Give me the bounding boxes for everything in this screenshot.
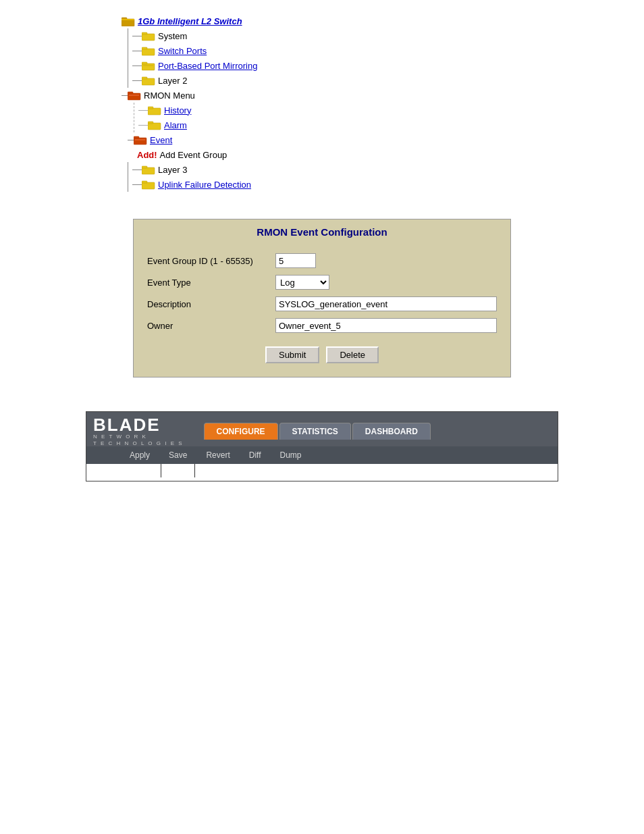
- tree-item-system: System: [128, 28, 644, 43]
- dump-button[interactable]: Dump: [277, 449, 304, 461]
- rmon-menu-label: RMON Menu: [144, 90, 195, 101]
- description-label: Description: [147, 299, 275, 309]
- tree-item-layer2: Layer 2: [128, 73, 644, 88]
- description-row: Description: [147, 293, 497, 315]
- tree-item-port-mirroring: Port-Based Port Mirroring: [128, 58, 644, 73]
- event-type-select[interactable]: None Log SNMP Trap Log and Trap: [275, 275, 329, 290]
- svg-rect-5: [142, 49, 155, 55]
- brand-logo: BLADE N E T W O R K T E C H N O L O G I …: [93, 416, 184, 446]
- nav-top: BLADE N E T W O R K T E C H N O L O G I …: [86, 412, 558, 446]
- svg-rect-24: [142, 182, 155, 189]
- svg-rect-22: [142, 167, 155, 174]
- revert-button[interactable]: Revert: [203, 449, 232, 461]
- svg-rect-3: [142, 34, 155, 41]
- layer3-label: Layer 3: [158, 165, 187, 175]
- event-group-id-label: Event Group ID (1 - 65535): [147, 256, 275, 266]
- layer2-folder-icon: [142, 75, 155, 86]
- tree-item-layer3: Layer 3: [128, 162, 644, 177]
- add-icon: Add!: [137, 150, 157, 160]
- port-mirroring-link[interactable]: Port-Based Port Mirroring: [158, 61, 257, 71]
- alarm-folder-icon: [148, 120, 161, 130]
- form-buttons: Submit Delete: [147, 346, 497, 363]
- delete-button[interactable]: Delete: [326, 346, 379, 363]
- tree-item-event: Event: [128, 132, 644, 147]
- svg-rect-4: [142, 32, 147, 34]
- apply-button[interactable]: Apply: [127, 449, 153, 461]
- svg-rect-8: [142, 62, 147, 64]
- tab-dashboard[interactable]: DASHBOARD: [352, 423, 431, 440]
- svg-rect-15: [148, 108, 161, 115]
- svg-rect-2: [122, 19, 134, 20]
- owner-label: Owner: [147, 321, 275, 331]
- rmon-event-config-form: RMON Event Configuration Event Group ID …: [133, 219, 511, 377]
- svg-rect-11: [142, 77, 147, 79]
- form-title: RMON Event Configuration: [134, 219, 510, 243]
- system-label: System: [158, 31, 187, 41]
- diff-button[interactable]: Diff: [246, 449, 264, 461]
- nav-tabs: CONFIGURE STATISTICS DASHBOARD: [204, 423, 431, 440]
- tree-item-switch-ports: Switch Ports: [128, 43, 644, 58]
- svg-rect-18: [148, 122, 153, 124]
- uplink-link[interactable]: Uplink Failure Detection: [158, 180, 251, 190]
- event-folder-icon: [134, 134, 147, 145]
- svg-rect-13: [128, 92, 133, 94]
- brand-technologies-text: T E C H N O L O G I E S: [93, 440, 184, 447]
- tree-item-uplink: Uplink Failure Detection: [128, 177, 644, 192]
- svg-rect-10: [142, 78, 155, 85]
- uplink-folder-icon: [142, 179, 155, 190]
- system-folder-icon: [142, 30, 155, 41]
- history-link[interactable]: History: [164, 105, 191, 115]
- layer2-label: Layer 2: [158, 76, 187, 86]
- tab-configure[interactable]: CONFIGURE: [204, 423, 278, 440]
- port-mirroring-folder-icon: [142, 60, 155, 71]
- event-link[interactable]: Event: [150, 135, 172, 145]
- alarm-link[interactable]: Alarm: [164, 120, 187, 130]
- brand-network-text: N E T W O R K: [93, 434, 184, 440]
- tree-root: 1Gb Intelligent L2 Switch: [122, 14, 644, 28]
- svg-rect-25: [142, 181, 147, 183]
- submit-button[interactable]: Submit: [265, 346, 319, 363]
- history-folder-icon: [148, 105, 161, 115]
- bottom-navigation: BLADE N E T W O R K T E C H N O L O G I …: [86, 411, 558, 481]
- tree-item-history: History: [134, 103, 644, 118]
- tick-2: [194, 464, 195, 477]
- root-folder-icon: [122, 16, 135, 26]
- owner-row: Owner: [147, 315, 497, 336]
- event-type-row: Event Type None Log SNMP Trap Log and Tr…: [147, 271, 497, 293]
- rmon-folder-icon: [128, 90, 141, 101]
- nav-toolbar: Apply Save Revert Diff Dump: [86, 446, 558, 464]
- switch-ports-link[interactable]: Switch Ports: [158, 46, 207, 56]
- save-button[interactable]: Save: [166, 449, 190, 461]
- event-group-id-input[interactable]: [275, 253, 316, 268]
- svg-rect-12: [128, 93, 140, 100]
- tree-section: 1Gb Intelligent L2 Switch System Switch …: [0, 0, 644, 199]
- svg-rect-17: [148, 123, 161, 130]
- svg-rect-23: [142, 166, 147, 168]
- tick-marks: [86, 464, 558, 481]
- brand-blade-text: BLADE: [93, 416, 184, 434]
- event-type-label: Event Type: [147, 278, 275, 288]
- tree-item-rmon-menu: RMON Menu: [128, 88, 644, 103]
- svg-rect-19: [134, 138, 146, 145]
- svg-rect-20: [134, 136, 139, 138]
- tab-statistics[interactable]: STATISTICS: [279, 423, 351, 440]
- svg-rect-7: [142, 63, 155, 70]
- event-group-id-row: Event Group ID (1 - 65535): [147, 250, 497, 271]
- owner-input[interactable]: [275, 318, 497, 333]
- svg-rect-16: [148, 107, 153, 109]
- layer3-folder-icon: [142, 164, 155, 175]
- root-link[interactable]: 1Gb Intelligent L2 Switch: [138, 16, 242, 26]
- add-event-label: Add Event Group: [160, 150, 227, 160]
- tree-item-alarm: Alarm: [134, 118, 644, 132]
- description-input[interactable]: [275, 296, 497, 311]
- svg-rect-6: [142, 47, 147, 49]
- tree-item-add-event: Add! Add Event Group: [128, 147, 644, 162]
- tick-1: [161, 464, 161, 477]
- switch-ports-folder-icon: [142, 45, 155, 56]
